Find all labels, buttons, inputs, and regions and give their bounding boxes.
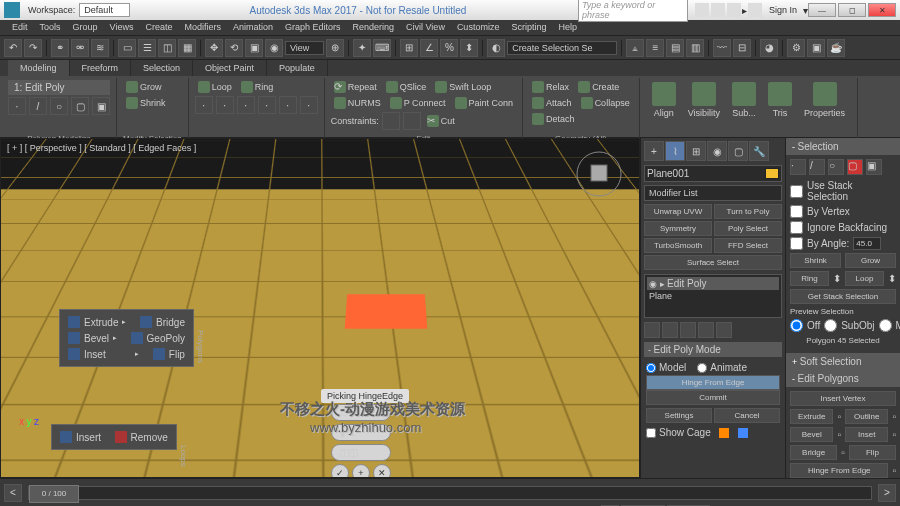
getstack-button[interactable]: Get Stack Selection: [790, 289, 896, 304]
byvertex-checkbox[interactable]: [790, 205, 803, 218]
paintconn-button[interactable]: Paint Conn: [452, 96, 517, 110]
dot3-icon[interactable]: ·: [237, 96, 255, 114]
subobj-radio[interactable]: [824, 319, 837, 332]
usestack-checkbox[interactable]: [790, 185, 803, 198]
infocenter-icon[interactable]: [695, 3, 709, 17]
edge-subobj-icon[interactable]: /: [809, 159, 825, 175]
viewport-label[interactable]: [ + ] [ Perspective ] [ Standard ] [ Edg…: [7, 143, 196, 153]
search-input[interactable]: Type a keyword or phrase: [578, 0, 688, 22]
qm-extrude[interactable]: Extrude▸ Bridge: [64, 314, 189, 330]
model-radio[interactable]: [646, 363, 656, 373]
unlink-icon[interactable]: ⚮: [71, 39, 89, 57]
keyboard-icon[interactable]: ⌨: [373, 39, 391, 57]
showcage-checkbox[interactable]: [646, 428, 656, 438]
qm-bevel[interactable]: Bevel▸ GeoPoly: [64, 330, 189, 346]
unwrap-button[interactable]: Unwrap UVW: [644, 204, 712, 219]
menu-views[interactable]: Views: [104, 20, 140, 35]
move-icon[interactable]: ✥: [205, 39, 223, 57]
menu-animation[interactable]: Animation: [227, 20, 279, 35]
menu-civilview[interactable]: Civil View: [400, 20, 451, 35]
angle-spinner[interactable]: 45.0: [853, 237, 881, 250]
rotate-icon[interactable]: ⟲: [225, 39, 243, 57]
scale-icon[interactable]: ▣: [245, 39, 263, 57]
configure-icon[interactable]: [716, 322, 732, 338]
ffd-button[interactable]: FFD Select: [714, 238, 782, 253]
qslice-button[interactable]: QSlice: [383, 80, 430, 94]
select-name-icon[interactable]: ☰: [138, 39, 156, 57]
pivot-icon[interactable]: ⊕: [326, 39, 344, 57]
edge-mode-icon[interactable]: /: [29, 97, 47, 115]
remove-loop-button[interactable]: Remove: [131, 432, 168, 443]
constraint-edge-icon[interactable]: [403, 112, 421, 130]
curve-editor-icon[interactable]: 〰: [713, 39, 731, 57]
menu-edit[interactable]: Edit: [6, 20, 34, 35]
element-mode-icon[interactable]: ▣: [92, 97, 110, 115]
tab-selection[interactable]: Selection: [131, 60, 193, 76]
dot5-icon[interactable]: ·: [279, 96, 297, 114]
window-crossing-icon[interactable]: ▦: [178, 39, 196, 57]
signin-link[interactable]: Sign In: [769, 5, 797, 15]
softselection-rollout-header[interactable]: + Soft Selection: [786, 353, 900, 370]
editpolygons-rollout-header[interactable]: - Edit Polygons: [786, 370, 900, 387]
ring-sel-button[interactable]: Ring: [790, 271, 829, 286]
relax-button[interactable]: Relax: [529, 80, 572, 94]
stack-plane[interactable]: Plane: [647, 290, 779, 302]
show-result-icon[interactable]: [662, 322, 678, 338]
tab-modeling[interactable]: Modeling: [8, 60, 70, 76]
insertvertex-button[interactable]: Insert Vertex: [790, 391, 896, 406]
dot2-icon[interactable]: ·: [216, 96, 234, 114]
insert-loop-button[interactable]: Insert: [76, 432, 101, 443]
hierarchy-tab-icon[interactable]: ⊞: [686, 141, 706, 161]
angle-snap-icon[interactable]: ∠: [420, 39, 438, 57]
caddy-cancel-button[interactable]: ✕: [373, 464, 391, 478]
ring-button[interactable]: Ring: [238, 80, 277, 94]
menu-modifiers[interactable]: Modifiers: [178, 20, 227, 35]
collapse-button[interactable]: Collapse: [578, 96, 633, 110]
select-icon[interactable]: ▭: [118, 39, 136, 57]
shrink-button[interactable]: Shrink: [123, 96, 169, 110]
scene-explorer-icon[interactable]: ▥: [686, 39, 704, 57]
editpoly-rollout-header[interactable]: - Edit Poly Mode: [644, 342, 782, 357]
render-icon[interactable]: ☕: [827, 39, 845, 57]
menu-rendering[interactable]: Rendering: [347, 20, 401, 35]
modifier-list-dropdown[interactable]: Modifier List: [644, 185, 782, 201]
unique-icon[interactable]: [680, 322, 696, 338]
render-setup-icon[interactable]: ⚙: [787, 39, 805, 57]
loop-button[interactable]: Loop: [195, 80, 235, 94]
swiftloop-button[interactable]: Swift Loop: [432, 80, 494, 94]
menu-customize[interactable]: Customize: [451, 20, 506, 35]
close-button[interactable]: ✕: [868, 3, 896, 17]
tab-freeform[interactable]: Freeform: [70, 60, 132, 76]
nurms-button[interactable]: NURMS: [331, 96, 384, 110]
user-icon[interactable]: [748, 3, 762, 17]
minimize-button[interactable]: —: [808, 3, 836, 17]
object-name-field[interactable]: Plane001: [644, 165, 782, 182]
create-tab-icon[interactable]: +: [644, 141, 664, 161]
poly-mode-icon[interactable]: ▢: [71, 97, 89, 115]
tab-populate[interactable]: Populate: [267, 60, 328, 76]
commit-button[interactable]: Commit: [646, 390, 780, 405]
material-icon[interactable]: ◕: [760, 39, 778, 57]
ep-inset-button[interactable]: Inset: [845, 427, 888, 442]
named-sel-icon[interactable]: ◐: [487, 39, 505, 57]
border-mode-icon[interactable]: ○: [50, 97, 68, 115]
selection-set-dropdown[interactable]: Create Selection Se: [507, 41, 617, 55]
ep-bevel-button[interactable]: Bevel: [790, 427, 833, 442]
ep-hinge-button[interactable]: Hinge From Edge: [790, 463, 888, 478]
off-radio[interactable]: [790, 319, 803, 332]
cut-button[interactable]: ✂Cut: [424, 114, 458, 128]
qm-inset[interactable]: Inset▸ Flip: [64, 346, 189, 362]
menu-help[interactable]: Help: [552, 20, 583, 35]
viewcube[interactable]: [569, 149, 629, 209]
multi-radio[interactable]: [879, 319, 892, 332]
modifier-stack[interactable]: ◉ ▸ Edit Poly Plane: [644, 274, 782, 318]
cancel-button[interactable]: Cancel: [714, 408, 780, 423]
ep-outline-button[interactable]: Outline: [845, 409, 888, 424]
object-color-swatch[interactable]: [765, 168, 779, 179]
symmetry-button[interactable]: Symmetry: [644, 221, 712, 236]
caddy-apply-button[interactable]: +: [352, 464, 370, 478]
polygon-subobj-icon[interactable]: ▢: [847, 159, 863, 175]
vertex-subobj-icon[interactable]: ·: [790, 159, 806, 175]
ignoreback-checkbox[interactable]: [790, 221, 803, 234]
dot1-icon[interactable]: ·: [195, 96, 213, 114]
